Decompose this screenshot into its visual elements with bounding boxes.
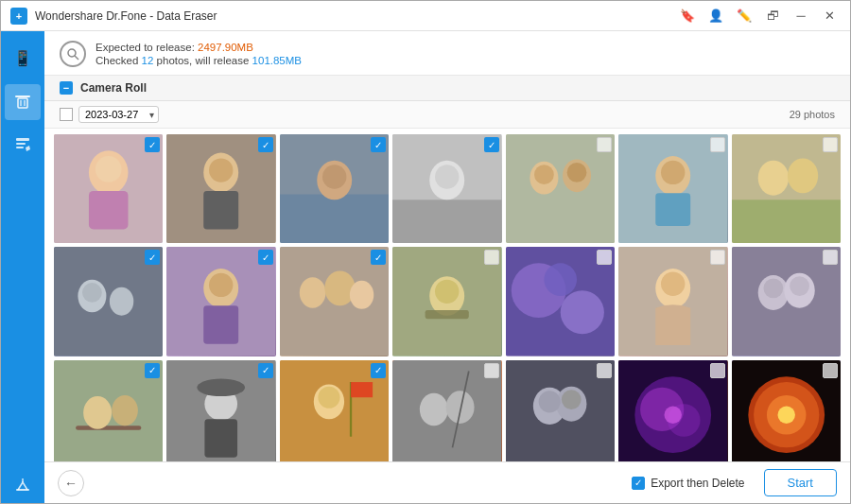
svg-rect-19 <box>204 191 239 229</box>
sidebar-item-phone[interactable]: 📱 <box>5 41 41 77</box>
svg-point-52 <box>350 281 373 309</box>
section-title: Camera Roll <box>80 81 147 95</box>
photo-item[interactable]: ✓ <box>166 360 275 461</box>
bookmark-btn[interactable]: 🔖 <box>676 5 699 27</box>
svg-point-95 <box>665 406 682 423</box>
photo-item[interactable] <box>392 360 501 461</box>
svg-rect-0 <box>15 96 30 97</box>
account-btn[interactable]: 👤 <box>704 5 727 27</box>
photo-item[interactable]: ✓ <box>392 134 501 243</box>
svg-point-51 <box>324 271 355 306</box>
photo-uncheck-icon <box>597 363 612 378</box>
svg-point-68 <box>790 277 809 297</box>
info-text: Expected to release: 2497.90MB Checked 1… <box>96 42 302 66</box>
photo-check-icon: ✓ <box>371 363 386 378</box>
back-button[interactable]: ← <box>58 470 84 496</box>
photo-item[interactable]: ✓ <box>280 247 389 356</box>
svg-point-47 <box>209 273 233 297</box>
sidebar-item-edit[interactable] <box>5 128 41 164</box>
svg-point-39 <box>787 158 817 193</box>
bottom-bar: ← ✓ Export then Delete Start <box>44 461 850 503</box>
checked-count: 12 <box>142 55 154 66</box>
photo-item[interactable] <box>732 360 841 461</box>
svg-point-75 <box>198 378 246 395</box>
app-icon: + <box>10 8 27 25</box>
photo-item[interactable]: ✓ <box>166 247 275 356</box>
svg-point-15 <box>96 156 122 182</box>
photo-item[interactable]: ✓ <box>280 134 389 243</box>
start-button[interactable]: Start <box>764 469 837 496</box>
info-bar: Expected to release: 2497.90MB Checked 1… <box>44 31 850 76</box>
photo-uncheck-icon <box>823 250 838 265</box>
export-checkbox-row: ✓ Export then Delete <box>632 477 744 490</box>
edit-btn[interactable]: ✏️ <box>733 5 755 27</box>
svg-rect-76 <box>205 419 238 457</box>
svg-point-23 <box>322 165 346 188</box>
photo-check-icon: ✓ <box>484 137 499 152</box>
close-btn[interactable]: ✕ <box>818 5 841 27</box>
photos-area[interactable]: ✓✓✓✓✓✓✓✓✓✓ <box>44 129 850 461</box>
photo-uncheck-icon <box>823 137 838 152</box>
photo-item[interactable]: ✓ <box>54 247 163 356</box>
date-filter-row: 2023-03-27 29 photos <box>44 101 850 129</box>
svg-point-89 <box>538 391 560 412</box>
photo-check-icon: ✓ <box>371 137 386 152</box>
photo-item[interactable] <box>618 247 727 356</box>
photo-check-icon: ✓ <box>145 363 160 378</box>
svg-point-90 <box>562 390 582 409</box>
svg-rect-48 <box>204 306 239 344</box>
svg-point-59 <box>560 291 603 335</box>
svg-rect-6 <box>16 147 24 148</box>
svg-rect-40 <box>732 200 841 243</box>
svg-point-60 <box>544 264 577 297</box>
edit-icon <box>13 135 32 157</box>
svg-point-10 <box>68 49 76 57</box>
collapse-icon[interactable]: − <box>60 81 73 95</box>
will-release-size: 101.85MB <box>252 55 302 66</box>
photo-item[interactable] <box>506 134 615 243</box>
sidebar: 📱 <box>1 31 44 503</box>
photo-item[interactable]: ✓ <box>280 360 389 461</box>
svg-rect-56 <box>426 310 469 319</box>
photo-item[interactable] <box>506 247 615 356</box>
svg-point-43 <box>110 287 133 316</box>
date-dropdown[interactable]: 2023-03-27 <box>78 106 159 123</box>
svg-rect-14 <box>89 191 129 229</box>
svg-line-11 <box>75 56 78 60</box>
photo-item[interactable] <box>506 360 615 461</box>
photo-check-icon: ✓ <box>258 363 273 378</box>
content-area: Expected to release: 2497.90MB Checked 1… <box>44 31 850 503</box>
photo-item[interactable]: ✓ <box>54 134 163 243</box>
photo-item[interactable] <box>618 134 727 243</box>
photo-check-icon: ✓ <box>145 250 160 265</box>
restore-btn[interactable]: 🗗 <box>761 5 784 27</box>
minimize-btn[interactable]: ─ <box>790 5 812 27</box>
photo-check-icon: ✓ <box>145 137 160 152</box>
export-label: Export then Delete <box>651 477 744 490</box>
date-select[interactable]: 2023-03-27 <box>78 106 159 123</box>
svg-point-31 <box>534 165 554 184</box>
photo-uncheck-icon <box>710 137 725 152</box>
title-bar: + Wondershare Dr.Fone - Data Eraser 🔖 👤 … <box>1 1 850 31</box>
date-checkbox[interactable] <box>60 108 73 121</box>
photo-item[interactable] <box>618 360 727 461</box>
photo-uncheck-icon <box>484 363 499 378</box>
svg-rect-25 <box>392 200 501 243</box>
svg-marker-7 <box>26 146 30 151</box>
svg-rect-70 <box>76 426 141 430</box>
photo-item[interactable] <box>732 247 841 356</box>
photo-item[interactable]: ✓ <box>54 360 163 461</box>
svg-point-83 <box>420 393 448 426</box>
export-checkbox[interactable]: ✓ <box>632 477 645 490</box>
sidebar-item-clean[interactable] <box>5 467 41 503</box>
photo-uncheck-icon <box>597 250 612 265</box>
photo-uncheck-icon <box>823 363 838 378</box>
svg-rect-4 <box>16 138 29 141</box>
photo-item[interactable] <box>392 247 501 356</box>
sidebar-item-erase[interactable] <box>5 84 41 120</box>
photo-item[interactable] <box>732 134 841 243</box>
photo-item[interactable]: ✓ <box>166 134 275 243</box>
svg-rect-21 <box>280 194 389 243</box>
svg-point-79 <box>318 387 339 408</box>
photo-check-icon: ✓ <box>258 137 273 152</box>
